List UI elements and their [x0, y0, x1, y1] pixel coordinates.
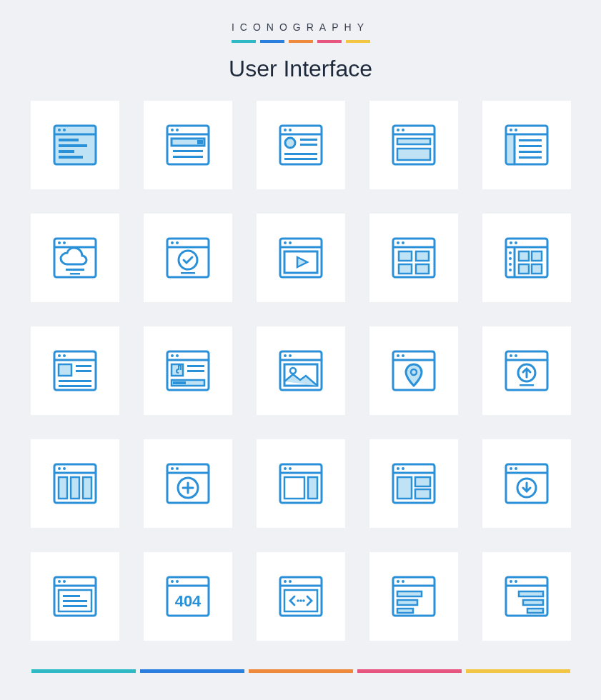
svg-point-69	[515, 241, 517, 244]
browser-banner-page-icon	[389, 120, 439, 170]
svg-point-49	[171, 241, 174, 244]
svg-rect-21	[300, 139, 317, 141]
svg-rect-77	[519, 264, 529, 274]
svg-point-117	[63, 467, 66, 470]
svg-rect-47	[167, 239, 209, 277]
svg-rect-172	[397, 600, 417, 605]
browser-rows-left-icon	[389, 571, 439, 621]
svg-point-131	[289, 467, 292, 470]
svg-point-50	[176, 241, 179, 244]
icon-tile	[482, 439, 571, 528]
svg-rect-62	[399, 251, 412, 261]
svg-point-60	[397, 241, 399, 244]
footer-divider	[31, 669, 570, 673]
icon-tile	[257, 552, 345, 641]
svg-rect-153	[63, 605, 87, 607]
icon-tile	[482, 214, 571, 302]
svg-rect-84	[76, 365, 91, 367]
svg-point-137	[402, 467, 404, 470]
browser-download-icon	[502, 459, 552, 509]
svg-rect-178	[519, 591, 543, 596]
svg-rect-151	[63, 595, 80, 597]
svg-point-55	[284, 241, 287, 244]
svg-rect-37	[519, 139, 542, 141]
svg-rect-171	[397, 591, 422, 596]
svg-point-123	[171, 467, 174, 470]
browser-rows-right-icon	[502, 571, 552, 621]
svg-point-166	[302, 599, 305, 602]
svg-rect-85	[76, 370, 91, 372]
icon-tile	[31, 101, 119, 189]
svg-rect-39	[519, 151, 542, 153]
svg-point-3	[63, 129, 66, 131]
svg-rect-133	[308, 477, 317, 499]
icon-tile	[31, 326, 119, 415]
svg-rect-75	[519, 251, 529, 261]
svg-point-177	[515, 580, 517, 583]
svg-point-149	[63, 580, 66, 583]
svg-point-169	[397, 580, 399, 583]
svg-point-73	[509, 263, 512, 266]
svg-point-2	[58, 129, 61, 131]
svg-rect-4	[59, 139, 79, 141]
svg-rect-93	[187, 365, 204, 367]
browser-code-brackets-icon	[276, 571, 326, 621]
browser-add-plus-icon	[163, 459, 213, 509]
svg-rect-78	[532, 264, 542, 274]
svg-point-156	[171, 580, 174, 583]
icon-tile	[257, 326, 345, 415]
browser-video-play-icon	[276, 233, 326, 283]
svg-point-91	[176, 354, 179, 357]
svg-point-61	[402, 241, 404, 244]
svg-rect-14	[173, 150, 203, 152]
svg-point-68	[510, 241, 512, 244]
header-divider	[232, 40, 370, 43]
icon-tile	[31, 214, 119, 302]
svg-rect-96	[173, 381, 186, 384]
svg-rect-139	[415, 477, 430, 486]
browser-image-icon	[276, 346, 326, 396]
browser-music-player-icon	[163, 346, 213, 396]
svg-rect-7	[59, 156, 83, 159]
icon-tile	[482, 101, 571, 189]
svg-point-176	[510, 580, 512, 583]
svg-rect-38	[519, 145, 542, 147]
svg-point-106	[402, 354, 404, 357]
icon-tile	[369, 101, 458, 189]
browser-checkmark-icon	[163, 233, 213, 283]
svg-rect-83	[59, 364, 71, 376]
browser-side-grid-icon	[502, 233, 552, 283]
svg-point-100	[289, 354, 292, 357]
svg-point-102	[290, 368, 296, 374]
svg-rect-52	[181, 272, 195, 274]
icon-tile	[144, 326, 232, 415]
svg-rect-179	[523, 600, 543, 605]
icon-tile	[31, 439, 119, 528]
svg-point-170	[402, 580, 404, 583]
svg-point-28	[402, 129, 404, 131]
svg-point-116	[58, 467, 61, 470]
svg-point-20	[285, 138, 295, 148]
svg-rect-15	[173, 156, 203, 158]
svg-rect-46	[70, 273, 80, 275]
icon-tile	[257, 214, 345, 302]
svg-point-157	[176, 580, 179, 583]
icon-tile	[369, 326, 458, 415]
svg-point-81	[58, 354, 61, 357]
icon-grid: 404	[31, 101, 571, 641]
icon-tile	[257, 101, 345, 189]
svg-rect-53	[280, 239, 322, 277]
svg-point-99	[284, 354, 287, 357]
browser-article-card-icon	[50, 346, 100, 396]
svg-point-144	[515, 467, 517, 470]
browser-map-pin-icon	[389, 346, 439, 396]
svg-rect-87	[59, 385, 91, 387]
svg-point-11	[176, 129, 179, 131]
svg-rect-86	[59, 380, 91, 382]
svg-point-143	[510, 467, 512, 470]
svg-rect-64	[399, 264, 412, 274]
page-title: User Interface	[229, 56, 372, 82]
browser-text-block-icon	[50, 571, 100, 621]
browser-main-sidebar-icon	[276, 459, 326, 509]
icon-tile	[144, 214, 232, 302]
